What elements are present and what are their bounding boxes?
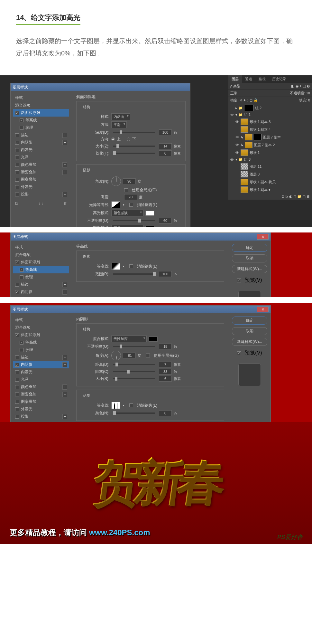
layer-shape1[interactable]: 形状 1	[250, 150, 260, 155]
highlight-mode-select[interactable]: 颜色减淡	[111, 210, 143, 216]
checkbox-checked-icon[interactable]	[20, 118, 23, 122]
visibility-icon[interactable]: 👁	[235, 135, 239, 139]
tab-channels[interactable]: 通道	[242, 75, 255, 83]
titlebar[interactable]: 图层样式 ✕	[11, 233, 271, 241]
plus-icon[interactable]: +	[62, 140, 67, 145]
checkbox-icon[interactable]	[20, 348, 23, 352]
direction-up-radio[interactable]	[111, 137, 115, 141]
contour-item[interactable]: 等高线	[13, 117, 69, 124]
visibility-icon[interactable]: 👁	[230, 113, 234, 117]
highlight-opacity-slider[interactable]	[113, 220, 155, 221]
size-slider[interactable]	[113, 146, 155, 147]
close-button[interactable]: ✕	[257, 307, 269, 312]
layer-group3[interactable]: 组 3	[244, 157, 251, 162]
plus-icon[interactable]: +	[62, 362, 67, 367]
drop-shadow-item[interactable]: 投影+	[13, 413, 69, 420]
inner-glow-item[interactable]: 内发光	[13, 146, 69, 154]
noise-slider[interactable]	[113, 412, 155, 414]
style-select[interactable]: 内斜面	[111, 113, 130, 120]
pattern-overlay-item[interactable]: 图案叠加	[13, 176, 69, 183]
cancel-button[interactable]: 取消	[232, 254, 267, 262]
checkbox-icon[interactable]	[15, 370, 19, 374]
tab-history[interactable]: 历史记录	[269, 75, 289, 83]
opacity-input[interactable]: 15	[159, 344, 172, 349]
shadow-color-swatch[interactable]	[145, 226, 154, 227]
contour-item[interactable]: 等高线	[13, 339, 69, 346]
texture-item[interactable]: 纹理	[13, 124, 69, 131]
soften-slider[interactable]	[113, 153, 155, 154]
plus-icon[interactable]: +	[62, 162, 67, 167]
ok-button[interactable]: 确定	[232, 317, 267, 325]
stroke-item[interactable]: 描边+	[13, 354, 69, 361]
checkbox-icon[interactable]	[15, 407, 19, 411]
distance-slider[interactable]	[113, 364, 155, 365]
drop-shadow-item[interactable]: 投影+	[13, 191, 69, 198]
close-button[interactable]: ✕	[257, 234, 269, 240]
range-slider[interactable]	[113, 273, 155, 275]
visibility-icon[interactable]: 👁	[235, 151, 239, 155]
ok-button[interactable]: 确定	[232, 244, 267, 252]
plus-icon[interactable]: +	[62, 282, 67, 287]
preview-checkbox[interactable]	[237, 351, 241, 355]
opacity-slider[interactable]	[113, 346, 155, 347]
choke-slider[interactable]	[113, 371, 155, 372]
checkbox-icon[interactable]	[15, 156, 19, 159]
size-input[interactable]: 14	[159, 143, 172, 149]
highlight-opacity-input[interactable]: 60	[159, 218, 172, 223]
cancel-button[interactable]: 取消	[232, 327, 267, 335]
distance-input[interactable]: 7	[159, 362, 172, 367]
contour-picker[interactable]	[111, 402, 120, 409]
plus-icon[interactable]: +	[62, 133, 67, 138]
size-slider[interactable]	[113, 378, 155, 379]
plus-icon[interactable]: +	[62, 192, 67, 197]
plus-icon[interactable]: +	[62, 289, 67, 295]
highlight-color-swatch[interactable]	[145, 211, 154, 216]
soften-input[interactable]: 0	[159, 150, 172, 156]
checkbox-icon[interactable]	[20, 126, 23, 130]
checkbox-icon[interactable]	[15, 400, 19, 404]
outer-glow-item[interactable]: 外发光	[13, 183, 69, 191]
plus-icon[interactable]: +	[62, 170, 67, 175]
layer-group2[interactable]: 组 2	[255, 106, 262, 110]
antialias-checkbox[interactable]	[129, 203, 133, 207]
checkbox-icon[interactable]	[15, 148, 19, 152]
checkbox-checked-icon[interactable]	[20, 341, 23, 345]
checkbox-checked-icon[interactable]	[15, 333, 19, 337]
color-overlay-item[interactable]: 颜色叠加+	[13, 161, 69, 168]
antialias-checkbox[interactable]	[129, 403, 133, 407]
checkbox-icon[interactable]	[15, 415, 19, 419]
contour-item[interactable]: 等高线	[13, 266, 69, 273]
plus-icon[interactable]: +	[62, 414, 67, 419]
global-light-checkbox[interactable]	[146, 354, 150, 357]
checkbox-checked-icon[interactable]	[15, 363, 19, 367]
checkbox-icon[interactable]	[20, 275, 23, 279]
checkbox-icon[interactable]	[15, 178, 19, 182]
layer-more[interactable]: 形状 1 副本 ▾	[250, 187, 271, 192]
global-light-checkbox[interactable]	[124, 188, 128, 192]
depth-input[interactable]: 100	[159, 129, 172, 135]
layer-7c2[interactable]: 图层 7 副本 2	[254, 143, 275, 147]
noise-input[interactable]: 0	[159, 410, 172, 416]
checkbox-checked-icon[interactable]	[15, 260, 19, 264]
stroke-item[interactable]: 描边+	[13, 131, 69, 139]
checkbox-icon[interactable]	[15, 283, 19, 287]
pattern-overlay-item[interactable]: 图案叠加	[13, 398, 69, 405]
antialias-checkbox[interactable]	[129, 264, 133, 268]
depth-slider[interactable]	[113, 132, 155, 133]
shadow-color-swatch[interactable]	[149, 336, 158, 342]
checkbox-checked-icon[interactable]	[20, 268, 23, 272]
layer-11[interactable]: 图层 11	[250, 164, 262, 169]
checkbox-icon[interactable]	[15, 193, 19, 196]
visibility-icon[interactable]: 👁	[230, 158, 234, 162]
visibility-icon[interactable]: 👁	[235, 120, 239, 124]
checkbox-icon[interactable]	[15, 163, 19, 167]
angle-input[interactable]: 90	[123, 178, 136, 184]
layer-group1[interactable]: 组 1	[244, 112, 251, 117]
bevel-emboss-item[interactable]: 斜面和浮雕	[13, 109, 69, 117]
plus-icon[interactable]: +	[62, 355, 67, 360]
new-style-button[interactable]: 新建样式(W)...	[232, 338, 267, 346]
inner-shadow-item[interactable]: 内阴影+	[13, 288, 69, 296]
layer-3[interactable]: 图层 3	[250, 172, 260, 177]
layer-7c[interactable]: 图层 7 副本	[263, 135, 281, 140]
layer-shape1cc[interactable]: 形状 1 副本 拷贝	[250, 180, 276, 185]
